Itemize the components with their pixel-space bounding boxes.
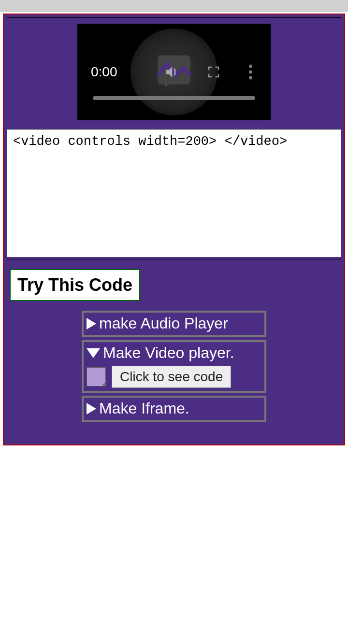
accordion-item-iframe: Make Iframe.	[82, 396, 266, 422]
chevron-right-icon	[87, 403, 96, 415]
video-progress-bar[interactable]	[93, 96, 255, 100]
accordion-item-video: Make Video player. Click to see code	[82, 340, 266, 393]
broken-media-icon	[152, 48, 196, 92]
more-options-icon[interactable]	[249, 65, 252, 80]
accordion-label: Make Video player.	[103, 344, 234, 362]
examples-accordion: make Audio Player Make Video player. Cli…	[82, 311, 266, 422]
video-preview-area: 0:00	[7, 18, 341, 129]
preview-and-editor: 0:00	[7, 17, 341, 259]
video-time: 0:00	[91, 64, 117, 80]
main-panel: 0:00 Try This Code	[3, 14, 345, 445]
code-snippet-box[interactable]	[87, 367, 106, 386]
code-editor[interactable]	[7, 129, 341, 257]
accordion-header-audio[interactable]: make Audio Player	[87, 315, 261, 332]
status-bar	[0, 0, 348, 12]
accordion-header-video[interactable]: Make Video player.	[87, 344, 261, 362]
chevron-right-icon	[87, 318, 96, 329]
accordion-label: Make Iframe.	[99, 400, 189, 417]
accordion-header-iframe[interactable]: Make Iframe.	[87, 400, 261, 417]
accordion-body-video: Click to see code	[87, 366, 261, 388]
video-player[interactable]: 0:00	[77, 24, 271, 120]
accordion-item-audio: make Audio Player	[82, 311, 266, 337]
try-code-button[interactable]: Try This Code	[10, 269, 140, 301]
accordion-label: make Audio Player	[99, 315, 228, 332]
see-code-button[interactable]: Click to see code	[112, 366, 231, 388]
chevron-down-icon	[87, 348, 100, 358]
